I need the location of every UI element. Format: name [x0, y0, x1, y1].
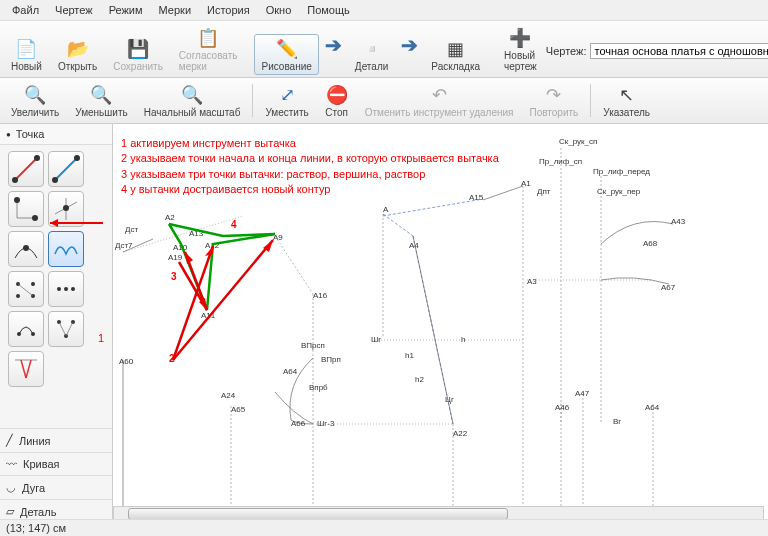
group-curve[interactable]: 〰Кривая — [0, 452, 112, 475]
view-toolbar: 🔍Увеличить 🔍Уменьшить 🔍Начальный масштаб… — [0, 78, 768, 124]
svg-point-12 — [63, 205, 69, 211]
new-drawing-button[interactable]: ➕Новый чертеж — [497, 23, 544, 75]
tool-point-8[interactable] — [48, 271, 84, 307]
svg-text:А3: А3 — [527, 277, 537, 286]
zoom-orig-button[interactable]: 🔍Начальный масштаб — [137, 80, 248, 121]
svg-line-30 — [21, 360, 26, 378]
svg-text:А67: А67 — [661, 283, 676, 292]
svg-point-16 — [16, 294, 20, 298]
svg-line-78 — [483, 186, 523, 200]
svg-text:А15: А15 — [469, 193, 484, 202]
svg-text:А22: А22 — [453, 429, 468, 438]
arrow-icon: ➔ — [397, 33, 422, 75]
main-toolbar: 📄Новый 📂Открыть 💾Сохранить 📋Согласовать … — [0, 21, 768, 78]
svg-text:А64: А64 — [283, 367, 298, 376]
redo-button[interactable]: ↷Повторить — [523, 80, 586, 121]
menu-file[interactable]: Файл — [4, 2, 47, 18]
tool-dart[interactable] — [8, 351, 44, 387]
svg-line-58 — [275, 236, 313, 294]
svg-text:2: 2 — [169, 353, 175, 364]
svg-text:А64: А64 — [645, 403, 660, 412]
svg-line-31 — [26, 360, 31, 378]
tool-point-3[interactable] — [8, 191, 44, 227]
svg-point-8 — [14, 197, 20, 203]
svg-text:Дпт: Дпт — [537, 187, 551, 196]
svg-text:А1: А1 — [521, 179, 531, 188]
svg-text:h: h — [461, 335, 465, 344]
undo-button[interactable]: ↶Отменить инструмент удаления — [358, 80, 521, 121]
svg-point-4 — [52, 177, 58, 183]
drawing-combo-label: Чертеж: — [546, 45, 587, 57]
menu-window[interactable]: Окно — [258, 2, 300, 18]
svg-text:Шг: Шг — [371, 335, 381, 344]
fit-button[interactable]: ⤢Уместить — [258, 80, 315, 121]
svg-text:Пр_лиф_сп: Пр_лиф_сп — [539, 157, 582, 166]
status-bar: (13; 147) см — [0, 519, 768, 536]
tool-point-9[interactable] — [8, 311, 44, 347]
svg-line-73 — [383, 214, 413, 236]
drawing-mode-button[interactable]: ✏️Рисование — [254, 34, 318, 75]
svg-point-20 — [64, 287, 68, 291]
layout-mode-button[interactable]: ▦Раскладка — [424, 34, 487, 75]
svg-text:4: 4 — [231, 219, 237, 230]
svg-text:Вг: Вг — [613, 417, 621, 426]
details-mode-button[interactable]: ▫️Детали — [348, 34, 395, 75]
svg-point-19 — [57, 287, 61, 291]
hint-1-label: 1 — [98, 332, 104, 344]
tool-point-6[interactable] — [48, 231, 84, 267]
svg-line-28 — [66, 322, 73, 336]
tool-point-2[interactable] — [48, 151, 84, 187]
svg-text:А16: А16 — [313, 291, 328, 300]
tool-panel: Точка 1 ╱Линия 〰Кривая ◡Дуга ▱Деталь ▦Ра… — [0, 124, 113, 536]
svg-line-3 — [55, 158, 77, 180]
svg-text:h2: h2 — [415, 375, 424, 384]
save-button[interactable]: 💾Сохранить — [106, 34, 170, 75]
svg-point-1 — [12, 177, 18, 183]
svg-text:Цг: Цг — [445, 395, 454, 404]
svg-text:А19: А19 — [168, 253, 183, 262]
svg-text:А68: А68 — [643, 239, 658, 248]
menu-bar: Файл Чертеж Режим Мерки История Окно Пом… — [0, 0, 768, 21]
svg-text:А2: А2 — [165, 213, 175, 222]
svg-text:Впрб: Впрб — [309, 383, 328, 392]
menu-mode[interactable]: Режим — [101, 2, 151, 18]
svg-line-0 — [15, 158, 37, 180]
zoom-in-button[interactable]: 🔍Увеличить — [4, 80, 66, 121]
tool-point-10[interactable] — [48, 311, 84, 347]
svg-text:А: А — [383, 205, 389, 214]
menu-help[interactable]: Помощь — [299, 2, 358, 18]
menu-history[interactable]: История — [199, 2, 258, 18]
svg-marker-54 — [185, 252, 193, 264]
svg-text:Дст: Дст — [125, 225, 138, 234]
svg-line-76 — [383, 199, 483, 216]
open-button[interactable]: 📂Открыть — [51, 34, 104, 75]
hint-arrow-icon — [48, 218, 106, 228]
new-button[interactable]: 📄Новый — [4, 34, 49, 75]
zoom-out-button[interactable]: 🔍Уменьшить — [68, 80, 134, 121]
svg-point-15 — [31, 282, 35, 286]
svg-text:ВПрп: ВПрп — [321, 355, 341, 364]
svg-point-9 — [32, 215, 38, 221]
pointer-button[interactable]: ↖Указатель — [596, 80, 657, 121]
svg-text:А24: А24 — [221, 391, 236, 400]
drawing-canvas[interactable]: активируем инструмент вытачка указываем … — [113, 124, 768, 536]
svg-marker-33 — [50, 219, 58, 227]
arrow-icon: ➔ — [321, 33, 346, 75]
tool-point-5[interactable] — [8, 231, 44, 267]
stop-button[interactable]: ⛔Стоп — [318, 80, 356, 121]
agree-button[interactable]: 📋Согласовать мерки — [172, 23, 245, 75]
svg-point-13 — [23, 245, 29, 251]
group-line[interactable]: ╱Линия — [0, 428, 112, 452]
tool-point-1[interactable] — [8, 151, 44, 187]
group-arc[interactable]: ◡Дуга — [0, 475, 112, 499]
svg-line-18 — [18, 284, 33, 296]
drawing-combo[interactable] — [590, 43, 768, 59]
point-tool-grid — [0, 145, 112, 393]
svg-text:А47: А47 — [575, 389, 590, 398]
menu-drawing[interactable]: Чертеж — [47, 2, 101, 18]
menu-measure[interactable]: Мерки — [151, 2, 199, 18]
group-point[interactable]: Точка — [0, 124, 112, 145]
svg-text:А65: А65 — [231, 405, 246, 414]
svg-text:Шг-3: Шг-3 — [317, 419, 335, 428]
tool-point-7[interactable] — [8, 271, 44, 307]
